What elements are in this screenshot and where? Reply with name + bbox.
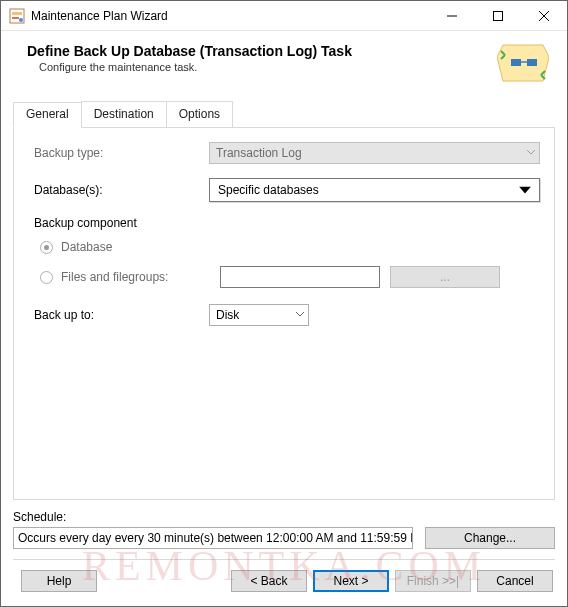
radio-database-label: Database (61, 240, 112, 254)
chevron-down-icon (296, 312, 304, 318)
databases-value: Specific databases (218, 183, 319, 197)
tab-panel-general: Backup type: Transaction Log Database(s)… (13, 127, 555, 500)
page-header: Define Back Up Database (Transaction Log… (1, 31, 567, 97)
back-button[interactable]: < Back (231, 570, 307, 592)
minimize-button[interactable] (429, 1, 475, 30)
backup-type-select: Transaction Log (209, 142, 540, 164)
svg-rect-2 (12, 17, 19, 19)
chevron-down-icon (519, 187, 531, 194)
tab-general[interactable]: General (13, 102, 82, 128)
radio-filegroups (40, 271, 53, 284)
wizard-icon (497, 43, 549, 87)
next-button[interactable]: Next > (313, 570, 389, 592)
filegroups-input (220, 266, 380, 288)
tab-strip: General Destination Options (13, 101, 555, 127)
svg-rect-5 (494, 11, 503, 20)
backup-to-value: Disk (216, 308, 239, 322)
schedule-label: Schedule: (13, 510, 555, 524)
backup-type-value: Transaction Log (216, 146, 302, 160)
svg-rect-1 (12, 12, 22, 15)
change-schedule-button[interactable]: Change... (425, 527, 555, 549)
schedule-display: Occurs every day every 30 minute(s) betw… (13, 527, 413, 549)
svg-rect-10 (527, 59, 537, 66)
tab-options[interactable]: Options (166, 101, 233, 127)
cancel-button[interactable]: Cancel (477, 570, 553, 592)
close-button[interactable] (521, 1, 567, 30)
wizard-footer: Help < Back Next > Finish >>| Cancel (1, 570, 567, 606)
title-bar: Maintenance Plan Wizard (1, 1, 567, 31)
svg-marker-12 (519, 187, 531, 194)
page-subtitle: Configure the maintenance task. (39, 61, 489, 73)
filegroups-browse-button: ... (390, 266, 500, 288)
backup-to-select[interactable]: Disk (209, 304, 309, 326)
maximize-button[interactable] (475, 1, 521, 30)
backup-component-label: Backup component (34, 216, 540, 230)
tab-destination[interactable]: Destination (81, 101, 167, 127)
page-title: Define Back Up Database (Transaction Log… (27, 43, 489, 59)
backup-to-label: Back up to: (34, 308, 209, 322)
chevron-down-icon (527, 150, 535, 156)
app-icon (9, 8, 25, 24)
window-title: Maintenance Plan Wizard (31, 9, 429, 23)
svg-point-3 (19, 18, 23, 22)
finish-button: Finish >>| (395, 570, 471, 592)
svg-rect-9 (511, 59, 521, 66)
radio-database (40, 241, 53, 254)
radio-filegroups-label: Files and filegroups: (61, 270, 220, 284)
help-button[interactable]: Help (21, 570, 97, 592)
databases-select[interactable]: Specific databases (209, 178, 540, 202)
databases-label: Database(s): (34, 183, 209, 197)
backup-type-label: Backup type: (34, 146, 209, 160)
separator (13, 559, 555, 560)
